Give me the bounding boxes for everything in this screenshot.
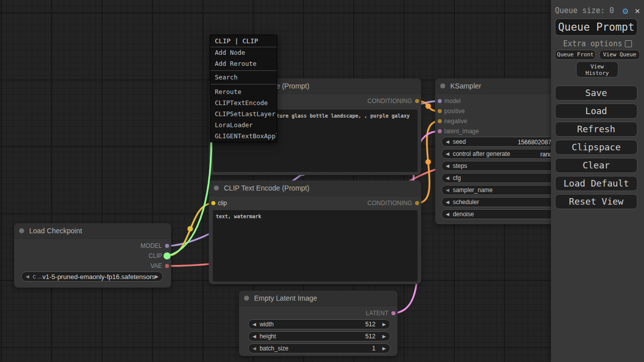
- output-slot-conditioning: CONDITIONING: [367, 198, 421, 208]
- widget-label: denoise: [453, 211, 474, 218]
- ckpt-name-combo-widget[interactable]: ◀ c ... v1-5-pruned-emaonly-fp16.safeten…: [21, 272, 163, 282]
- widget-label: steps: [453, 162, 467, 169]
- arrow-right-icon[interactable]: ▶: [382, 322, 386, 327]
- gear-icon[interactable]: ⚙: [622, 6, 628, 16]
- menu-separator: [210, 70, 277, 71]
- arrow-left-icon[interactable]: ◀: [446, 188, 449, 193]
- output-slot-clip: CLIP: [148, 251, 171, 261]
- slot-label: MODEL: [140, 242, 162, 249]
- widget-value: v1-5-pruned-emaonly-fp16.safetensors: [42, 273, 155, 281]
- arrow-left-icon[interactable]: ◀: [446, 212, 449, 217]
- node-title-bar[interactable]: Empty Latent Image: [239, 291, 397, 306]
- clear-button[interactable]: Clear: [555, 158, 637, 173]
- menu-item-gligentextboxapply[interactable]: GLIGENTextBoxApply: [210, 131, 277, 142]
- menu-item-cliptextencode[interactable]: CLIPTextEncode: [210, 98, 277, 109]
- wire-clip-dot: [188, 226, 193, 232]
- arrow-left-icon[interactable]: ◀: [253, 322, 256, 327]
- latent-output-dot[interactable]: [391, 311, 395, 315]
- comfyui-canvas[interactable]: { "sidebar": { "queue_size_label": "Queu…: [0, 0, 644, 362]
- load-button[interactable]: Load: [555, 104, 637, 119]
- arrow-left-icon[interactable]: ◀: [253, 346, 256, 351]
- menu-item-search[interactable]: Search: [210, 72, 277, 83]
- context-menu-title: CLIP | CLIP: [210, 35, 277, 47]
- node-title-text: KSampler: [450, 78, 481, 94]
- arrow-left-icon[interactable]: ◀: [26, 274, 29, 279]
- widget-label: c ...: [33, 273, 42, 280]
- arrow-right-icon[interactable]: ▶: [382, 334, 386, 339]
- queue-front-button[interactable]: Queue Front: [555, 50, 596, 60]
- collapse-dot-icon[interactable]: [19, 228, 24, 233]
- menu-item-reroute[interactable]: Reroute: [210, 86, 277, 98]
- conditioning-input-dot[interactable]: [438, 119, 442, 123]
- extra-options-checkbox[interactable]: [625, 40, 632, 47]
- arrow-left-icon[interactable]: ◀: [446, 175, 449, 180]
- input-slot-positive: positive: [435, 106, 465, 116]
- width-widget[interactable]: ◀ width 512 ▶: [248, 319, 390, 329]
- menu-item-clipsetlastlayer[interactable]: CLIPSetLastLayer: [210, 109, 277, 120]
- node-clip-text-encode-2[interactable]: CLIP Text Encode (Prompt) clip CONDITION…: [209, 180, 421, 284]
- output-slot-vae: VAE: [150, 261, 171, 271]
- widget-value: 1566802087: [518, 137, 551, 147]
- slot-label: CLIP: [148, 252, 162, 259]
- arrow-left-icon[interactable]: ◀: [446, 200, 449, 205]
- model-input-dot[interactable]: [438, 99, 442, 103]
- menu-item-add-node[interactable]: Add Node: [210, 47, 277, 58]
- wire-conditioning-positive-dot: [426, 104, 431, 109]
- node-title-bar[interactable]: Load Checkpoint: [14, 223, 171, 239]
- menu-item-loraloader[interactable]: LoraLoader: [210, 120, 277, 131]
- conditioning-output-dot[interactable]: [415, 201, 419, 205]
- node-title-text: CLIP Text Encode (Prompt): [224, 180, 309, 196]
- slot-label: LATENT: [366, 310, 388, 317]
- menu-item-add-reroute[interactable]: Add Reroute: [210, 58, 277, 69]
- widget-value: 1: [372, 345, 375, 352]
- model-output-dot[interactable]: [165, 244, 169, 248]
- slot-label: CONDITIONING: [367, 98, 412, 105]
- input-slot-negative: negative: [435, 116, 467, 126]
- conditioning-input-dot[interactable]: [438, 109, 442, 113]
- prompt-textarea[interactable]: text, watermark: [213, 210, 418, 282]
- node-title-bar[interactable]: CLIP Text Encode (Prompt): [209, 180, 421, 196]
- close-icon[interactable]: ✕: [635, 6, 640, 16]
- clipspace-button[interactable]: Clipspace: [555, 140, 637, 155]
- collapse-dot-icon[interactable]: [214, 186, 219, 191]
- output-slot-conditioning: CONDITIONING: [367, 96, 421, 106]
- load-default-button[interactable]: Load Default: [555, 176, 637, 191]
- node-load-checkpoint[interactable]: Load Checkpoint MODEL CLIP VAE ◀ c ... v…: [14, 223, 171, 288]
- widget-label: sampler_name: [453, 187, 493, 194]
- batch-size-widget[interactable]: ◀ batch_size 1 ▶: [248, 343, 390, 353]
- view-history-line1: View: [577, 63, 618, 70]
- arrow-right-icon[interactable]: ▶: [382, 346, 386, 351]
- widget-label: batch_size: [260, 345, 288, 352]
- save-button[interactable]: Save: [555, 85, 637, 101]
- conditioning-output-dot[interactable]: [415, 99, 419, 103]
- queue-size-label: Queue size: 0: [555, 6, 614, 15]
- widget-value: 512: [365, 333, 375, 340]
- view-history-button[interactable]: View History: [576, 61, 618, 77]
- reset-view-button[interactable]: Reset View: [555, 194, 637, 209]
- vae-output-dot[interactable]: [165, 264, 169, 268]
- height-widget[interactable]: ◀ height 512 ▶: [248, 331, 390, 341]
- slot-label: latent_image: [444, 128, 479, 135]
- clip-input-dot[interactable]: [211, 201, 215, 205]
- node-empty-latent-image[interactable]: Empty Latent Image LATENT ◀ width 512 ▶ …: [239, 291, 397, 356]
- view-queue-button[interactable]: View Queue: [599, 50, 640, 60]
- widget-label: seed: [453, 138, 466, 145]
- arrow-right-icon[interactable]: ▶: [155, 274, 158, 279]
- queue-prompt-button[interactable]: Queue Prompt: [555, 19, 637, 36]
- arrow-left-icon[interactable]: ◀: [446, 163, 449, 168]
- refresh-button[interactable]: Refresh: [555, 122, 637, 137]
- widget-label: scheduler: [453, 199, 479, 206]
- arrow-left-icon[interactable]: ◀: [446, 151, 449, 156]
- view-history-line2: History: [577, 70, 618, 76]
- menu-separator: [210, 84, 277, 84]
- widget-value: 512: [365, 321, 375, 328]
- slot-label: negative: [444, 118, 467, 125]
- collapse-dot-icon[interactable]: [244, 296, 249, 301]
- node-title-text: Load Checkpoint: [29, 223, 82, 238]
- arrow-left-icon[interactable]: ◀: [253, 334, 256, 339]
- collapse-dot-icon[interactable]: [440, 83, 445, 88]
- arrow-left-icon[interactable]: ◀: [446, 139, 449, 144]
- wire-clip: [167, 203, 213, 256]
- latent-input-dot[interactable]: [438, 129, 442, 133]
- slot-label: positive: [444, 108, 465, 115]
